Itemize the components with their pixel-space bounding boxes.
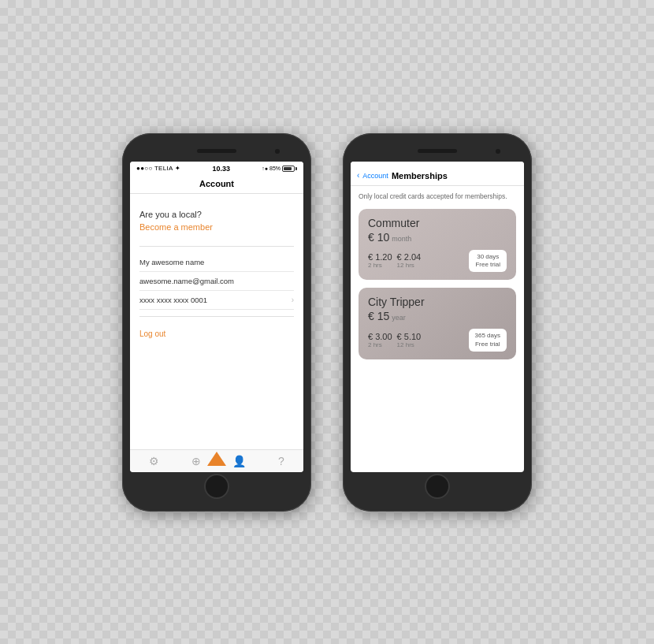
battery-percent: ↑● 85%: [262, 166, 281, 171]
local-section: Are you a local? Become a member: [139, 202, 294, 240]
phone-speaker-2: [418, 149, 457, 153]
city-tripper-trial-badge: 365 daysFree trial: [469, 329, 507, 352]
email-field-row: awesome.name@gmail.com: [139, 272, 294, 291]
card-field-row[interactable]: xxxx xxxx xxxx 0001 ›: [139, 291, 294, 310]
phone-bottom-bar: [130, 472, 303, 501]
status-bar: ●●○○ TELIA ✦ 10.33 ↑● 85%: [130, 162, 303, 174]
phone-account: ●●○○ TELIA ✦ 10.33 ↑● 85% Account Are yo…: [122, 133, 311, 512]
city-tripper-price: € 15 year: [368, 310, 507, 322]
commuter-options: € 1.20 2 hrs € 2.04 12 hrs 30 daysFree t…: [368, 250, 507, 273]
card-field-value: xxxx xxxx xxxx 0001: [139, 296, 207, 304]
phone-camera-2: [496, 149, 500, 154]
phone-top-bar-2: [351, 144, 524, 158]
commuter-price-amount: € 10: [368, 231, 389, 244]
phone-screen-memberships: ‹ Account Memberships Only local credit …: [351, 162, 524, 472]
phone-home-button[interactable]: [204, 474, 229, 499]
help-icon: ?: [278, 455, 284, 467]
city-tripper-price-amount: € 15: [368, 310, 389, 322]
logout-button[interactable]: Log out: [139, 323, 294, 344]
chevron-right-icon: ›: [292, 296, 294, 304]
bikes-icon: ⊕: [191, 455, 201, 467]
city-2hrs-label: 2 hrs: [368, 341, 382, 348]
arrow-annotation: [207, 452, 226, 466]
battery-icon: [282, 166, 297, 172]
commuter-2hrs-price: € 1.20: [368, 252, 392, 262]
phone-speaker: [197, 149, 236, 153]
city-tripper-title: City Tripper: [368, 296, 507, 308]
phone-memberships: ‹ Account Memberships Only local credit …: [343, 133, 532, 512]
commuter-12hrs-price: € 2.04: [397, 252, 422, 262]
status-carrier: ●●○○ TELIA ✦: [136, 165, 180, 172]
city-2hrs-price: € 3.00: [368, 332, 392, 341]
phone-top-bar: [130, 144, 303, 158]
tab-account[interactable]: 👤: [232, 455, 246, 467]
name-field-value: My awesome name: [139, 258, 204, 266]
back-chevron-icon: ‹: [357, 171, 359, 180]
phone-bottom-bar-2: [351, 472, 524, 501]
email-field-value: awesome.name@gmail.com: [139, 277, 234, 285]
commuter-card[interactable]: Commuter € 10 month € 1.20 2 hrs € 2.04 …: [359, 209, 516, 281]
memberships-title: Memberships: [392, 171, 448, 181]
status-battery: ↑● 85%: [262, 166, 297, 172]
memberships-note: Only local credit cards accepted for mem…: [359, 192, 516, 201]
tab-groups[interactable]: ⚙: [149, 455, 159, 467]
city-tripper-card[interactable]: City Tripper € 15 year € 3.00 2 hrs € 5.…: [359, 288, 516, 359]
status-time: 10.33: [212, 165, 230, 173]
divider-2: [139, 316, 294, 317]
arrow-up-icon: [207, 452, 226, 466]
commuter-period: month: [392, 235, 411, 243]
commuter-2hrs-label: 2 hrs: [368, 262, 382, 269]
tab-help[interactable]: ?: [278, 455, 284, 467]
city-option-2hrs: € 3.00 2 hrs: [368, 332, 392, 348]
groups-icon: ⚙: [149, 455, 159, 467]
name-field-row: My awesome name: [139, 253, 294, 272]
phone-camera: [275, 149, 280, 154]
memberships-content: Only local credit cards accepted for mem…: [351, 186, 524, 472]
back-button[interactable]: Account: [362, 172, 388, 180]
commuter-12hrs-label: 12 hrs: [397, 262, 414, 269]
city-12hrs-label: 12 hrs: [397, 341, 414, 348]
commuter-option-2hrs: € 1.20 2 hrs: [368, 252, 392, 269]
city-12hrs-price: € 5.10: [397, 332, 422, 341]
phone-home-button-2[interactable]: [425, 474, 450, 499]
become-member-link[interactable]: Become a member: [139, 222, 294, 232]
city-tripper-options: € 3.00 2 hrs € 5.10 12 hrs 365 daysFree …: [368, 329, 507, 352]
account-nav-title: Account: [199, 179, 234, 188]
divider-1: [139, 246, 294, 247]
phone-screen-account: ●●○○ TELIA ✦ 10.33 ↑● 85% Account Are yo…: [130, 162, 303, 472]
commuter-trial-badge: 30 daysFree trial: [469, 250, 507, 273]
tab-bikes[interactable]: ⊕: [191, 455, 201, 467]
account-content: Are you a local? Become a member My awes…: [130, 194, 303, 449]
city-tripper-period: year: [392, 314, 406, 322]
local-question: Are you a local?: [139, 210, 294, 219]
account-icon: 👤: [232, 455, 246, 467]
memberships-nav-bar: ‹ Account Memberships: [351, 166, 524, 186]
commuter-title: Commuter: [368, 217, 507, 229]
commuter-option-12hrs: € 2.04 12 hrs: [397, 252, 422, 269]
commuter-price: € 10 month: [368, 231, 507, 244]
account-nav-bar: Account: [130, 174, 303, 194]
city-option-12hrs: € 5.10 12 hrs: [397, 332, 422, 348]
